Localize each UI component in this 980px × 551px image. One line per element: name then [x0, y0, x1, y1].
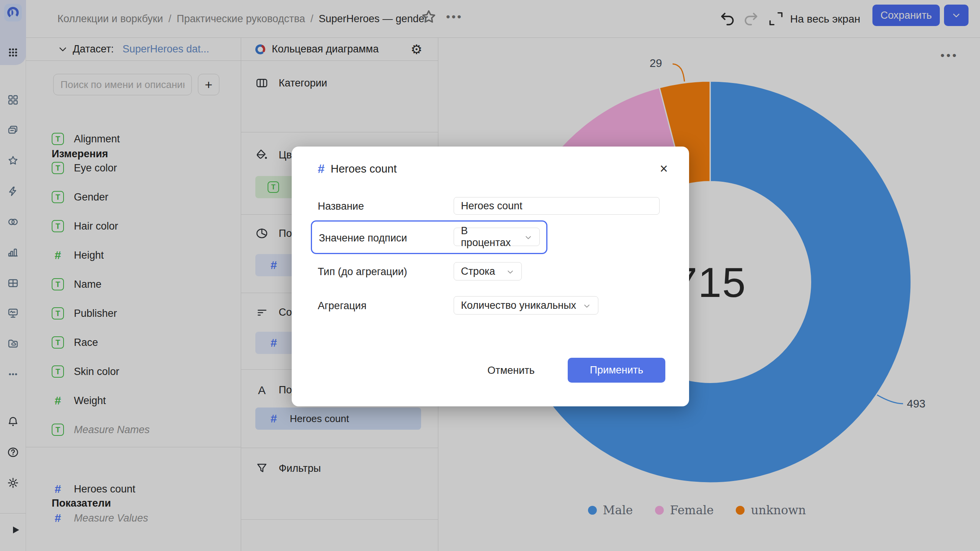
modal-title-text: Heroes count	[331, 163, 397, 175]
type-field-label: Тип (до агрегации)	[318, 266, 407, 278]
chevron-down-icon	[583, 301, 591, 310]
field-settings-modal: # Heroes count × Название Значение подпи…	[292, 147, 689, 406]
label-value-label: Значение подписи	[319, 232, 407, 244]
aggregation-select[interactable]: Количество уникальных	[454, 296, 598, 315]
chevron-down-icon	[506, 267, 514, 276]
measure-type-icon: #	[318, 162, 325, 176]
datalens-wizard-app: Коллекции и воркбуки / Практические руко…	[0, 0, 980, 551]
cancel-button[interactable]: Отменить	[480, 358, 542, 383]
close-icon[interactable]: ×	[655, 160, 672, 177]
label-value-select[interactable]: В процентах	[454, 228, 540, 246]
aggregation-field-label: Агрегация	[318, 300, 366, 312]
name-field-label: Название	[318, 201, 364, 212]
modal-title: # Heroes count	[318, 162, 397, 176]
name-field-input[interactable]	[454, 197, 660, 215]
chevron-down-icon	[524, 233, 532, 241]
label-value-focused-row: Значение подписи В процентах	[311, 220, 547, 254]
type-select[interactable]: Строка	[454, 262, 522, 280]
apply-button[interactable]: Применить	[568, 358, 665, 383]
